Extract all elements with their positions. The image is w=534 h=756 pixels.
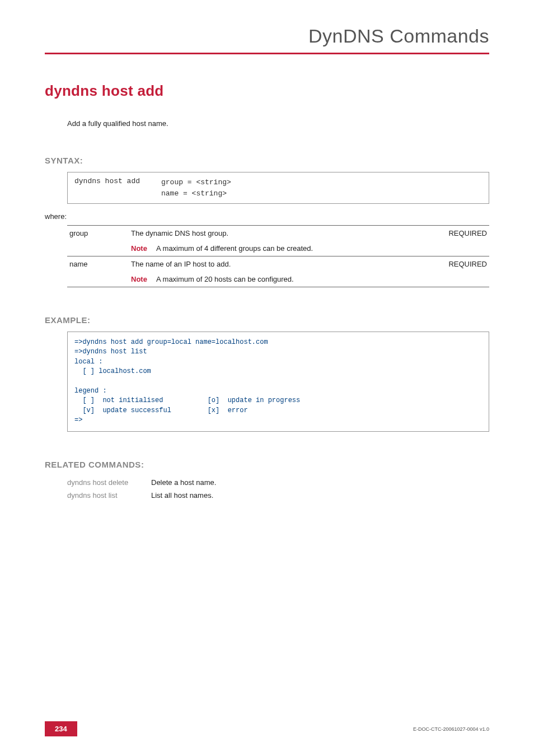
page-number-badge: 234 bbox=[45, 721, 77, 736]
syntax-box: dyndns host add group = <string> name = … bbox=[67, 172, 489, 204]
table-row: dyndns host list List all host names. bbox=[67, 489, 219, 502]
note-text: A maximum of 20 hosts can be configured. bbox=[156, 275, 294, 283]
related-heading: RELATED COMMANDS: bbox=[45, 460, 489, 469]
document-id: E-DOC-CTC-20061027-0004 v1.0 bbox=[413, 726, 489, 732]
related-command-desc: Delete a host name. bbox=[151, 476, 219, 489]
header-rule bbox=[45, 53, 489, 54]
page-footer: 234 E-DOC-CTC-20061027-0004 v1.0 bbox=[0, 721, 534, 736]
table-row: name The name of an IP host to add. REQU… bbox=[67, 256, 489, 272]
note-label: Note bbox=[131, 275, 156, 283]
syntax-heading: SYNTAX: bbox=[45, 156, 489, 165]
syntax-args: group = <string> name = <string> bbox=[161, 177, 231, 199]
related-command-desc: List all host names. bbox=[151, 489, 219, 502]
note-label: Note bbox=[131, 244, 156, 253]
table-row: NoteA maximum of 20 hosts can be configu… bbox=[67, 272, 489, 287]
related-command-link[interactable]: dyndns host delete bbox=[67, 476, 151, 489]
related-command-link[interactable]: dyndns host list bbox=[67, 489, 151, 502]
param-desc: The dynamic DNS host group. bbox=[129, 226, 439, 241]
command-title: dyndns host add bbox=[45, 82, 489, 100]
table-row: NoteA maximum of 4 different groups can … bbox=[67, 241, 489, 256]
param-name: group bbox=[67, 226, 129, 241]
table-row: group The dynamic DNS host group. REQUIR… bbox=[67, 226, 489, 241]
page-header-title: DynDNS Commands bbox=[45, 25, 489, 47]
syntax-command: dyndns host add bbox=[74, 177, 161, 199]
param-table: group The dynamic DNS host group. REQUIR… bbox=[67, 225, 489, 287]
param-note: NoteA maximum of 20 hosts can be configu… bbox=[129, 272, 439, 287]
note-text: A maximum of 4 different groups can be c… bbox=[156, 244, 313, 253]
param-desc: The name of an IP host to add. bbox=[129, 256, 439, 272]
param-note: NoteA maximum of 4 different groups can … bbox=[129, 241, 439, 256]
param-name: name bbox=[67, 256, 129, 272]
example-box: =>dyndns host add group=local name=local… bbox=[67, 332, 489, 432]
where-label: where: bbox=[45, 212, 489, 221]
related-table: dyndns host delete Delete a host name. d… bbox=[67, 476, 219, 502]
command-description: Add a fully qualified host name. bbox=[67, 119, 489, 128]
param-required: REQUIRED bbox=[439, 256, 489, 272]
param-required: REQUIRED bbox=[439, 226, 489, 241]
table-row: dyndns host delete Delete a host name. bbox=[67, 476, 219, 489]
example-heading: EXAMPLE: bbox=[45, 315, 489, 325]
